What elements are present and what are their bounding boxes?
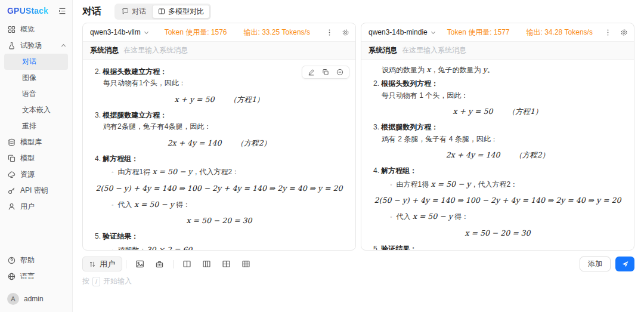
- tab-multi-model-compare[interactable]: 多模型对比: [152, 5, 210, 18]
- remove-message-icon[interactable]: [336, 69, 343, 76]
- inline-text: 设鸡的数量为: [382, 66, 426, 74]
- upload-image-icon[interactable]: [130, 260, 150, 268]
- model-catalog-icon: [8, 138, 16, 146]
- inline-math: x = 50 − y: [153, 167, 193, 176]
- system-message-row[interactable]: 系统消息 在这里输入系统消息: [83, 41, 355, 60]
- edit-icon[interactable]: [308, 69, 315, 76]
- hint-suffix: 开始输入: [103, 276, 132, 286]
- add-message-button[interactable]: 添加: [580, 257, 611, 271]
- model-select[interactable]: qwen3-14b-mindie: [369, 28, 436, 36]
- overview-icon: [8, 26, 16, 33]
- sidebar-label-chat: 对话: [22, 57, 36, 67]
- gear-icon[interactable]: [620, 29, 628, 36]
- inline-text: 代入: [118, 200, 134, 209]
- model-stats: Token 使用量: 1577 输出: 34.28 Tokens/s: [447, 27, 593, 38]
- sidebar-item-users[interactable]: 用户: [0, 199, 72, 215]
- bullet-marker: ◦: [390, 214, 392, 220]
- sidebar-item-audio[interactable]: 语音: [0, 86, 72, 102]
- panel-header-actions: [326, 29, 349, 36]
- sidebar-footer: 帮助 语言 A admin: [0, 252, 72, 306]
- inline-text: 鸡有 2 条腿，兔子有 4 条腿，因此：: [382, 135, 498, 143]
- page-title: 对话: [82, 5, 101, 18]
- username: admin: [24, 295, 44, 303]
- sidebar-label-rerank: 重排: [22, 121, 36, 131]
- inline-math: y: [483, 65, 487, 74]
- sidebar-user[interactable]: A admin: [0, 285, 72, 306]
- message-block-item: 5. 验证结果：: [373, 244, 626, 250]
- message-block-para: 设鸡的数量为 x，兔子的数量为 y。: [382, 64, 626, 75]
- tab-chat[interactable]: 对话: [116, 5, 152, 18]
- message-block-math: x = 50 − 20 = 30: [370, 228, 626, 239]
- layout-2-column-icon[interactable]: [177, 260, 197, 268]
- inline-math: 30 × 2 = 60: [147, 245, 193, 250]
- model-stats: Token 使用量: 1576 输出: 33.25 Tokens/s: [165, 27, 310, 38]
- model-panel-right: qwen3-14b-mindie Token 使用量: 1577 输出: 34.…: [361, 23, 634, 251]
- more-icon[interactable]: [604, 29, 612, 36]
- sidebar-item-embedding[interactable]: 文本嵌入: [0, 102, 72, 118]
- gear-icon[interactable]: [342, 29, 349, 36]
- clear-messages-icon[interactable]: [150, 260, 169, 268]
- token-usage: Token 使用量: 1577: [447, 27, 510, 38]
- sidebar-item-playground[interactable]: 试验场: [0, 38, 72, 54]
- sidebar-item-overview[interactable]: 概览: [0, 21, 72, 38]
- tab-chat-label: 对话: [132, 7, 146, 17]
- token-usage: Token 使用量: 1576: [165, 27, 227, 38]
- sidebar-item-model-catalog[interactable]: 模型库: [0, 134, 72, 150]
- message-block-bullet: ◦由方程1得 x = 50 − y，代入方程2：: [112, 166, 347, 177]
- sidebar-collapse-icon[interactable]: [58, 7, 66, 15]
- sidebar-label-playground: 试验场: [20, 41, 56, 51]
- sidebar-label-overview: 概览: [20, 24, 66, 35]
- assistant-message: 2. 根据头数建立方程：每只动物有1个头，因此：x + y = 50 （方程1）…: [83, 60, 355, 250]
- message-block-para: 每只动物有 1 个头，因此：: [382, 91, 626, 101]
- sidebar-label-model-catalog: 模型库: [20, 137, 66, 147]
- layout-3-column-icon[interactable]: [197, 260, 216, 268]
- message-block-item: 2. 根据头数列方程：: [373, 79, 626, 89]
- sidebar: GPUStack 概览 试验场 对话 图像 语音 文本嵌入 重排: [0, 0, 73, 312]
- sidebar-item-language[interactable]: 语言: [0, 268, 72, 285]
- more-icon[interactable]: [326, 29, 333, 36]
- system-message-placeholder: 在这里输入系统消息: [402, 45, 466, 55]
- slash-keycap: /: [92, 277, 100, 286]
- bullet-marker: ◦: [390, 181, 392, 188]
- copy-icon[interactable]: [322, 69, 329, 76]
- message-block-math: 2(50 − y) + 4y = 140 ⇒ 100 − 2y + 4y = 1…: [91, 183, 347, 194]
- message-block-para: 鸡有 2 条腿，兔子有 4 条腿，因此：: [382, 134, 626, 144]
- inline-text: 每只动物有 1 个头，因此：: [382, 91, 468, 100]
- output-rate: 输出: 33.25 Tokens/s: [244, 27, 310, 38]
- message-block-item: 3. 根据腿数建立方程：: [95, 110, 347, 121]
- inline-text: 鸡有2条腿，兔子有4条腿，因此：: [103, 122, 211, 131]
- input-hint[interactable]: 按 / 开始输入: [82, 276, 634, 286]
- role-switch-button[interactable]: 用户: [82, 257, 122, 271]
- sidebar-label-resources: 资源: [20, 169, 66, 180]
- inline-math: x = 50 − y: [413, 212, 453, 221]
- message-hover-toolbar: [302, 66, 349, 79]
- sidebar-item-image[interactable]: 图像: [0, 70, 72, 86]
- composer-toolbar: 用户 添加: [82, 257, 634, 271]
- sidebar-item-resources[interactable]: 资源: [0, 166, 72, 183]
- sidebar-label-language: 语言: [20, 271, 66, 282]
- sidebar-item-models[interactable]: 模型: [0, 150, 72, 166]
- message-block-math: x + y = 50 （方程1）: [370, 106, 626, 117]
- layout-4-grid-icon[interactable]: [216, 260, 236, 268]
- user-icon: [8, 203, 16, 211]
- send-button[interactable]: [615, 257, 634, 271]
- model-select[interactable]: qwen3-14b-vllm: [90, 28, 149, 36]
- api-key-icon: [8, 187, 16, 194]
- inline-text: 鸡腿数：: [118, 246, 147, 250]
- divider: [173, 260, 174, 268]
- system-message-label: 系统消息: [369, 45, 397, 55]
- role-switch-label: 用户: [100, 259, 116, 270]
- sidebar-item-chat[interactable]: 对话: [4, 54, 68, 70]
- layout-6-grid-icon[interactable]: [236, 260, 256, 268]
- sidebar-item-rerank[interactable]: 重排: [0, 118, 72, 134]
- playground-icon: [8, 42, 16, 50]
- message-content: 设鸡的数量为 x，兔子的数量为 y。2. 根据头数列方程：每只动物有 1 个头，…: [370, 64, 626, 250]
- bullet-marker: ◦: [112, 202, 114, 208]
- message-block-math: x = 50 − 20 = 30: [91, 215, 347, 226]
- app-root: GPUStack 概览 试验场 对话 图像 语音 文本嵌入 重排: [0, 0, 644, 312]
- sidebar-item-help[interactable]: 帮助: [0, 252, 72, 268]
- compare-panels: qwen3-14b-vllm Token 使用量: 1576 输出: 33.25…: [82, 23, 634, 251]
- sidebar-item-api-keys[interactable]: API 密钥: [0, 183, 72, 199]
- page-header: 对话 对话 多模型对比: [82, 0, 634, 23]
- system-message-row[interactable]: 系统消息 在这里输入系统消息: [361, 41, 634, 60]
